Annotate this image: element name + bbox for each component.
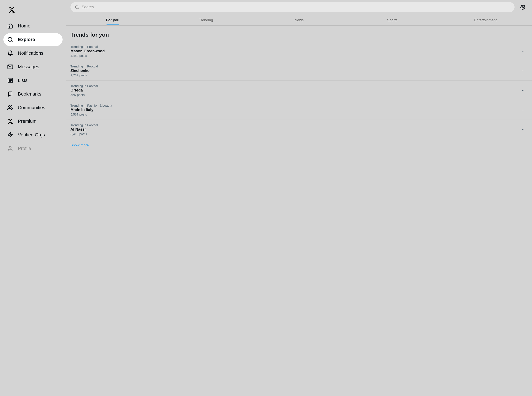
- explore-icon: [7, 36, 14, 43]
- trend-category-1: Trending in Football: [70, 45, 520, 48]
- trend-category-4: Trending in Fashion & beauty: [70, 104, 520, 107]
- sidebar-item-bookmarks-label: Bookmarks: [18, 91, 41, 97]
- trend-more-button-4[interactable]: ···: [520, 106, 528, 114]
- trend-posts-2: 2,732 posts: [70, 73, 520, 77]
- premium-icon: [7, 118, 14, 125]
- trend-category-2: Trending in Football: [70, 64, 520, 68]
- search-icon: [75, 5, 79, 9]
- svg-marker-8: [8, 132, 12, 137]
- trend-info: Trending in Football Mason Greenwood 4,4…: [70, 45, 520, 58]
- lists-icon: [7, 77, 14, 84]
- tab-for-you-underline: [106, 24, 119, 25]
- sidebar: Home Explore Notifications Messa: [0, 0, 66, 396]
- sidebar-item-explore[interactable]: Explore: [3, 33, 63, 46]
- tab-entertainment-label: Entertainment: [474, 18, 497, 22]
- trend-category-5: Trending in Football: [70, 123, 520, 127]
- messages-icon: [7, 64, 14, 70]
- sidebar-item-explore-label: Explore: [18, 37, 35, 42]
- search-bar[interactable]: [70, 2, 514, 12]
- trend-info-5: Trending in Football Al Nassr 5,418 post…: [70, 123, 520, 136]
- trend-posts-1: 4,482 posts: [70, 54, 520, 58]
- sidebar-item-notifications-label: Notifications: [18, 50, 43, 56]
- settings-icon: [520, 5, 525, 10]
- tab-sports[interactable]: Sports: [345, 14, 439, 25]
- profile-icon: [7, 145, 14, 152]
- sidebar-item-messages[interactable]: Messages: [3, 60, 63, 73]
- bookmarks-icon: [7, 91, 14, 98]
- trends-container: Trends for you Trending in Football Maso…: [66, 26, 532, 155]
- svg-line-1: [11, 41, 12, 42]
- tab-for-you[interactable]: For you: [66, 14, 159, 25]
- sidebar-item-profile-label: Profile: [18, 146, 31, 151]
- trend-name-3: Ortega: [70, 88, 520, 93]
- sidebar-item-premium-label: Premium: [18, 118, 37, 124]
- sidebar-item-notifications[interactable]: Notifications: [3, 47, 63, 60]
- trend-info-4: Trending in Fashion & beauty Made in Ita…: [70, 104, 520, 116]
- home-icon: [7, 23, 14, 29]
- trend-info-2: Trending in Football Zinchenko 2,732 pos…: [70, 64, 520, 77]
- sidebar-item-messages-label: Messages: [18, 64, 39, 70]
- sidebar-item-lists-label: Lists: [18, 78, 28, 83]
- sidebar-item-communities[interactable]: Communities: [3, 101, 63, 114]
- trend-name-2: Zinchenko: [70, 69, 520, 73]
- sidebar-item-home[interactable]: Home: [3, 20, 63, 32]
- trend-item-zinchenko[interactable]: Trending in Football Zinchenko 2,732 pos…: [66, 61, 532, 81]
- trend-item-made-in-italy[interactable]: Trending in Fashion & beauty Made in Ita…: [66, 100, 532, 120]
- x-logo[interactable]: [7, 5, 16, 14]
- trend-name-5: Al Nassr: [70, 127, 520, 132]
- trend-name-4: Made in Italy: [70, 108, 520, 112]
- sidebar-item-profile[interactable]: Profile: [3, 142, 63, 155]
- settings-button[interactable]: [518, 2, 528, 12]
- tab-for-you-label: For you: [106, 18, 119, 22]
- trend-posts-3: 52K posts: [70, 93, 520, 97]
- tab-trending[interactable]: Trending: [159, 14, 253, 25]
- verified-orgs-icon: [7, 132, 14, 138]
- sidebar-item-bookmarks[interactable]: Bookmarks: [3, 88, 63, 100]
- communities-icon: [7, 104, 14, 111]
- sidebar-item-verified-orgs-label: Verified Orgs: [18, 132, 45, 138]
- tab-news[interactable]: News: [253, 14, 346, 25]
- tab-trending-label: Trending: [199, 18, 213, 22]
- trend-item-mason-greenwood[interactable]: Trending in Football Mason Greenwood 4,4…: [66, 41, 532, 61]
- trend-item-al-nassr[interactable]: Trending in Football Al Nassr 5,418 post…: [66, 120, 532, 139]
- tab-entertainment[interactable]: Entertainment: [439, 14, 532, 25]
- svg-point-12: [522, 7, 523, 8]
- sidebar-item-lists[interactable]: Lists: [3, 74, 63, 87]
- trend-more-button-5[interactable]: ···: [520, 126, 528, 134]
- trend-more-button-2[interactable]: ···: [520, 67, 528, 75]
- svg-point-7: [9, 105, 10, 107]
- notifications-icon: [7, 50, 14, 57]
- show-more-button[interactable]: Show more: [66, 139, 532, 151]
- x-logo-icon: [8, 6, 15, 13]
- tabs-container: For you Trending News Sports Entertainme…: [66, 14, 532, 26]
- search-area: [66, 0, 532, 14]
- main-content: For you Trending News Sports Entertainme…: [66, 0, 532, 396]
- trend-more-button-3[interactable]: ···: [520, 87, 528, 94]
- sidebar-item-premium[interactable]: Premium: [3, 115, 63, 128]
- tab-news-label: News: [294, 18, 304, 22]
- trend-info-3: Trending in Football Ortega 52K posts: [70, 84, 520, 97]
- trend-more-button-1[interactable]: ···: [520, 47, 528, 55]
- sidebar-item-home-label: Home: [18, 23, 30, 29]
- tab-sports-label: Sports: [387, 18, 398, 22]
- svg-point-9: [9, 146, 11, 148]
- trends-title: Trends for you: [66, 29, 532, 41]
- search-input[interactable]: [82, 5, 510, 9]
- svg-line-11: [78, 8, 79, 9]
- sidebar-item-verified-orgs[interactable]: Verified Orgs: [3, 128, 63, 141]
- trend-posts-4: 5,567 posts: [70, 113, 520, 116]
- logo-area: [3, 3, 63, 19]
- trend-name-1: Mason Greenwood: [70, 49, 520, 53]
- sidebar-item-communities-label: Communities: [18, 105, 45, 111]
- trend-posts-5: 5,418 posts: [70, 132, 520, 136]
- trend-category-3: Trending in Football: [70, 84, 520, 88]
- trend-item-ortega[interactable]: Trending in Football Ortega 52K posts ··…: [66, 81, 532, 100]
